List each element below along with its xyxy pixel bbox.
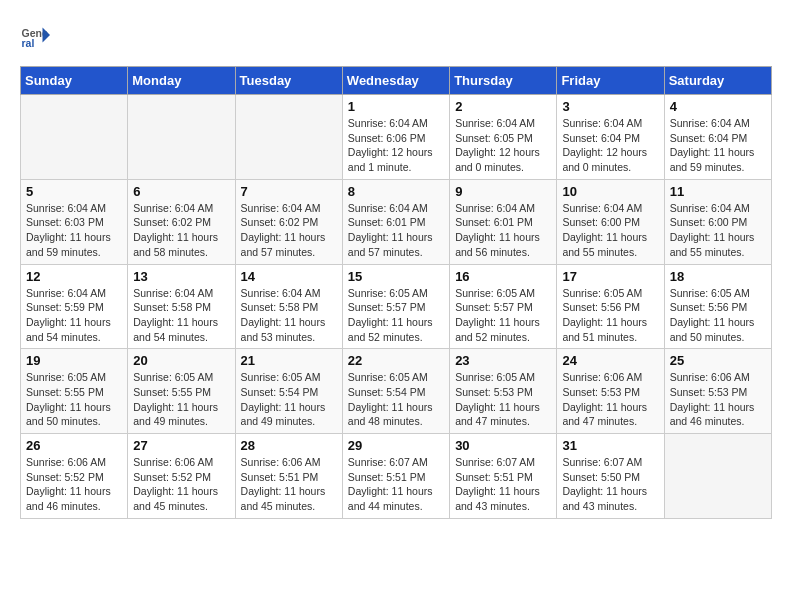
svg-text:ral: ral (22, 37, 35, 49)
day-info: Sunrise: 6:05 AM Sunset: 5:57 PM Dayligh… (455, 286, 551, 345)
day-info: Sunrise: 6:04 AM Sunset: 6:00 PM Dayligh… (562, 201, 658, 260)
day-number: 25 (670, 353, 766, 368)
day-info: Sunrise: 6:04 AM Sunset: 6:01 PM Dayligh… (348, 201, 444, 260)
day-info: Sunrise: 6:05 AM Sunset: 5:53 PM Dayligh… (455, 370, 551, 429)
day-number: 3 (562, 99, 658, 114)
day-info: Sunrise: 6:04 AM Sunset: 6:02 PM Dayligh… (133, 201, 229, 260)
calendar-cell: 14Sunrise: 6:04 AM Sunset: 5:58 PM Dayli… (235, 264, 342, 349)
calendar-cell (128, 95, 235, 180)
day-info: Sunrise: 6:05 AM Sunset: 5:55 PM Dayligh… (133, 370, 229, 429)
calendar-cell: 12Sunrise: 6:04 AM Sunset: 5:59 PM Dayli… (21, 264, 128, 349)
day-info: Sunrise: 6:04 AM Sunset: 6:03 PM Dayligh… (26, 201, 122, 260)
day-number: 17 (562, 269, 658, 284)
calendar-cell: 11Sunrise: 6:04 AM Sunset: 6:00 PM Dayli… (664, 179, 771, 264)
calendar-cell: 7Sunrise: 6:04 AM Sunset: 6:02 PM Daylig… (235, 179, 342, 264)
day-number: 14 (241, 269, 337, 284)
calendar-cell: 29Sunrise: 6:07 AM Sunset: 5:51 PM Dayli… (342, 434, 449, 519)
day-info: Sunrise: 6:06 AM Sunset: 5:51 PM Dayligh… (241, 455, 337, 514)
weekday-header-friday: Friday (557, 67, 664, 95)
weekday-header-monday: Monday (128, 67, 235, 95)
week-row-1: 1Sunrise: 6:04 AM Sunset: 6:06 PM Daylig… (21, 95, 772, 180)
week-row-2: 5Sunrise: 6:04 AM Sunset: 6:03 PM Daylig… (21, 179, 772, 264)
calendar-cell: 16Sunrise: 6:05 AM Sunset: 5:57 PM Dayli… (450, 264, 557, 349)
day-number: 10 (562, 184, 658, 199)
day-number: 30 (455, 438, 551, 453)
logo: Gene ral (20, 20, 54, 50)
day-number: 21 (241, 353, 337, 368)
logo-icon: Gene ral (20, 20, 50, 50)
weekday-header-sunday: Sunday (21, 67, 128, 95)
day-info: Sunrise: 6:05 AM Sunset: 5:56 PM Dayligh… (670, 286, 766, 345)
calendar-cell: 15Sunrise: 6:05 AM Sunset: 5:57 PM Dayli… (342, 264, 449, 349)
weekday-header-row: SundayMondayTuesdayWednesdayThursdayFrid… (21, 67, 772, 95)
day-number: 11 (670, 184, 766, 199)
calendar-cell: 24Sunrise: 6:06 AM Sunset: 5:53 PM Dayli… (557, 349, 664, 434)
calendar-cell: 30Sunrise: 6:07 AM Sunset: 5:51 PM Dayli… (450, 434, 557, 519)
calendar-cell: 20Sunrise: 6:05 AM Sunset: 5:55 PM Dayli… (128, 349, 235, 434)
calendar-cell: 22Sunrise: 6:05 AM Sunset: 5:54 PM Dayli… (342, 349, 449, 434)
calendar-cell (235, 95, 342, 180)
day-info: Sunrise: 6:04 AM Sunset: 5:58 PM Dayligh… (241, 286, 337, 345)
calendar-cell: 2Sunrise: 6:04 AM Sunset: 6:05 PM Daylig… (450, 95, 557, 180)
calendar-cell: 18Sunrise: 6:05 AM Sunset: 5:56 PM Dayli… (664, 264, 771, 349)
calendar-cell: 26Sunrise: 6:06 AM Sunset: 5:52 PM Dayli… (21, 434, 128, 519)
day-number: 29 (348, 438, 444, 453)
week-row-5: 26Sunrise: 6:06 AM Sunset: 5:52 PM Dayli… (21, 434, 772, 519)
calendar-cell: 21Sunrise: 6:05 AM Sunset: 5:54 PM Dayli… (235, 349, 342, 434)
weekday-header-wednesday: Wednesday (342, 67, 449, 95)
day-number: 8 (348, 184, 444, 199)
day-info: Sunrise: 6:07 AM Sunset: 5:51 PM Dayligh… (455, 455, 551, 514)
day-info: Sunrise: 6:06 AM Sunset: 5:52 PM Dayligh… (26, 455, 122, 514)
day-info: Sunrise: 6:04 AM Sunset: 5:58 PM Dayligh… (133, 286, 229, 345)
calendar-cell: 25Sunrise: 6:06 AM Sunset: 5:53 PM Dayli… (664, 349, 771, 434)
day-info: Sunrise: 6:06 AM Sunset: 5:52 PM Dayligh… (133, 455, 229, 514)
calendar-cell: 6Sunrise: 6:04 AM Sunset: 6:02 PM Daylig… (128, 179, 235, 264)
day-info: Sunrise: 6:04 AM Sunset: 6:00 PM Dayligh… (670, 201, 766, 260)
day-number: 16 (455, 269, 551, 284)
day-number: 15 (348, 269, 444, 284)
day-number: 4 (670, 99, 766, 114)
day-number: 6 (133, 184, 229, 199)
day-info: Sunrise: 6:06 AM Sunset: 5:53 PM Dayligh… (670, 370, 766, 429)
calendar-cell: 28Sunrise: 6:06 AM Sunset: 5:51 PM Dayli… (235, 434, 342, 519)
calendar-cell: 31Sunrise: 6:07 AM Sunset: 5:50 PM Dayli… (557, 434, 664, 519)
day-number: 24 (562, 353, 658, 368)
day-info: Sunrise: 6:04 AM Sunset: 6:05 PM Dayligh… (455, 116, 551, 175)
calendar-cell: 3Sunrise: 6:04 AM Sunset: 6:04 PM Daylig… (557, 95, 664, 180)
day-number: 23 (455, 353, 551, 368)
day-number: 19 (26, 353, 122, 368)
calendar-cell (664, 434, 771, 519)
day-info: Sunrise: 6:04 AM Sunset: 5:59 PM Dayligh… (26, 286, 122, 345)
week-row-3: 12Sunrise: 6:04 AM Sunset: 5:59 PM Dayli… (21, 264, 772, 349)
day-number: 1 (348, 99, 444, 114)
day-number: 28 (241, 438, 337, 453)
day-info: Sunrise: 6:05 AM Sunset: 5:57 PM Dayligh… (348, 286, 444, 345)
day-number: 18 (670, 269, 766, 284)
calendar-cell: 17Sunrise: 6:05 AM Sunset: 5:56 PM Dayli… (557, 264, 664, 349)
day-info: Sunrise: 6:05 AM Sunset: 5:54 PM Dayligh… (241, 370, 337, 429)
calendar-cell: 27Sunrise: 6:06 AM Sunset: 5:52 PM Dayli… (128, 434, 235, 519)
calendar-cell: 1Sunrise: 6:04 AM Sunset: 6:06 PM Daylig… (342, 95, 449, 180)
weekday-header-tuesday: Tuesday (235, 67, 342, 95)
day-number: 31 (562, 438, 658, 453)
week-row-4: 19Sunrise: 6:05 AM Sunset: 5:55 PM Dayli… (21, 349, 772, 434)
day-number: 12 (26, 269, 122, 284)
day-number: 26 (26, 438, 122, 453)
calendar-cell (21, 95, 128, 180)
weekday-header-thursday: Thursday (450, 67, 557, 95)
day-info: Sunrise: 6:04 AM Sunset: 6:02 PM Dayligh… (241, 201, 337, 260)
day-info: Sunrise: 6:04 AM Sunset: 6:06 PM Dayligh… (348, 116, 444, 175)
day-number: 22 (348, 353, 444, 368)
day-info: Sunrise: 6:06 AM Sunset: 5:53 PM Dayligh… (562, 370, 658, 429)
calendar-cell: 13Sunrise: 6:04 AM Sunset: 5:58 PM Dayli… (128, 264, 235, 349)
day-number: 20 (133, 353, 229, 368)
day-info: Sunrise: 6:05 AM Sunset: 5:55 PM Dayligh… (26, 370, 122, 429)
day-number: 13 (133, 269, 229, 284)
calendar-cell: 19Sunrise: 6:05 AM Sunset: 5:55 PM Dayli… (21, 349, 128, 434)
day-number: 2 (455, 99, 551, 114)
calendar-cell: 5Sunrise: 6:04 AM Sunset: 6:03 PM Daylig… (21, 179, 128, 264)
day-info: Sunrise: 6:07 AM Sunset: 5:50 PM Dayligh… (562, 455, 658, 514)
day-number: 27 (133, 438, 229, 453)
calendar-cell: 9Sunrise: 6:04 AM Sunset: 6:01 PM Daylig… (450, 179, 557, 264)
calendar-cell: 23Sunrise: 6:05 AM Sunset: 5:53 PM Dayli… (450, 349, 557, 434)
